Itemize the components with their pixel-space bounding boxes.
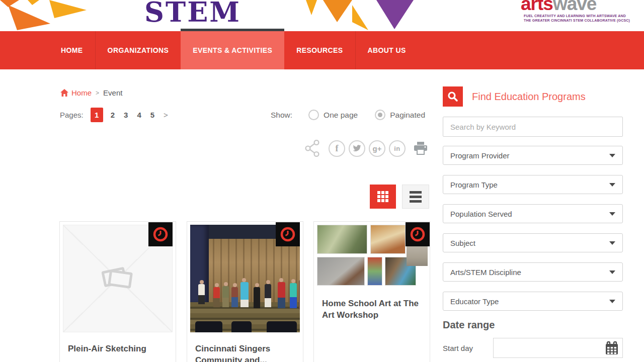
- nav-item-events-activities[interactable]: EVENTS & ACTIVITIES: [181, 29, 284, 69]
- list-view-icon[interactable]: [402, 185, 429, 209]
- calendar-icon[interactable]: [604, 341, 619, 356]
- share-bar: f g+ in: [305, 140, 428, 157]
- photo-placeholder-icon: [102, 267, 134, 290]
- performer-figure: [240, 282, 249, 307]
- breadcrumb: Home > Event: [60, 88, 122, 97]
- artswave-tagline: FUEL CREATIVITY AND LEARNING WITH ARTSWA…: [524, 14, 636, 23]
- find-programs-sidebar: Find Education Programs Program Provider…: [443, 86, 623, 358]
- event-card[interactable]: Home School Art at The Art Workshop: [313, 221, 430, 362]
- share-icon[interactable]: [305, 140, 320, 157]
- performer-figure: [278, 282, 285, 308]
- home-icon: [60, 89, 68, 97]
- nav-item-organizations[interactable]: ORGANIZATIONS: [95, 31, 181, 69]
- performer-figure: [231, 287, 238, 307]
- chevron-down-icon: [609, 241, 615, 245]
- start-day-input[interactable]: [494, 338, 622, 357]
- performer-figure: [299, 280, 300, 309]
- artswave-tagline-line2: THE GREATER CINCINNATI STEM COLLABORATIV…: [524, 18, 636, 23]
- clock-badge-icon: [276, 222, 300, 246]
- twitter-icon[interactable]: [349, 140, 365, 157]
- breadcrumb-home-label: Home: [71, 88, 92, 97]
- linkedin-icon[interactable]: in: [389, 140, 406, 157]
- collage-photo: [367, 257, 382, 286]
- artswave-tagline-line1: FUEL CREATIVITY AND LEARNING WITH ARTSWA…: [524, 14, 636, 18]
- date-range-heading: Date range: [443, 319, 623, 331]
- chevron-down-icon: [609, 212, 615, 216]
- pagination-label: Pages:: [60, 111, 84, 119]
- radio-one-page-label: One page: [324, 111, 358, 120]
- logo-triangles-middle-icon: [302, 0, 423, 31]
- chevron-down-icon: [609, 154, 615, 157]
- chair-silhouette: [195, 321, 222, 332]
- search-input[interactable]: [443, 117, 623, 137]
- facebook-icon[interactable]: f: [329, 140, 345, 157]
- grid-view-icon[interactable]: [370, 185, 396, 209]
- artswave-logo: artswave FUEL CREATIVITY AND LEARNING WI…: [521, 0, 636, 23]
- breadcrumb-separator: >: [96, 89, 99, 97]
- collage-photo: [317, 225, 367, 254]
- pagination: Pages: 1 2 3 4 5 >: [60, 108, 168, 122]
- filter-educator-type[interactable]: Educator Type: [443, 292, 623, 311]
- chair-silhouette: [231, 321, 252, 332]
- performer-figure: [265, 284, 271, 307]
- filter-arts-stem-discipline[interactable]: Arts/STEM Discipline: [443, 262, 623, 282]
- sidebar-title: Find Education Programs: [472, 91, 586, 103]
- start-day-field: [493, 338, 623, 358]
- search-icon: [443, 86, 463, 107]
- collage-photo: [370, 225, 406, 254]
- clock-badge-icon: [148, 222, 173, 246]
- event-title[interactable]: Plein-Air Sketching: [60, 335, 176, 354]
- filter-population-served[interactable]: Population Served: [443, 204, 623, 223]
- show-toggle: Show: One page Paginated: [271, 110, 442, 120]
- start-day-label: Start day: [443, 344, 493, 352]
- google-plus-icon[interactable]: g+: [369, 140, 385, 157]
- site-header: STEM artswave FUEL CREATIVITY AND LEARNI…: [0, 0, 644, 31]
- event-title[interactable]: Home School Art at The Art Workshop: [314, 290, 430, 321]
- radio-paginated[interactable]: Paginated: [375, 110, 425, 120]
- pagination-page-5[interactable]: 5: [150, 111, 154, 119]
- radio-one-page-circle: [308, 110, 319, 120]
- start-day-row: Start day: [443, 338, 623, 358]
- pagination-page-4[interactable]: 4: [137, 111, 141, 119]
- radio-paginated-circle: [375, 110, 385, 120]
- pagination-next[interactable]: >: [164, 111, 168, 119]
- show-toggle-label: Show:: [271, 111, 292, 120]
- main-nav: HOME ORGANIZATIONS EVENTS & ACTIVITIES R…: [0, 31, 644, 69]
- pagination-page-3[interactable]: 3: [124, 111, 128, 119]
- radio-one-page[interactable]: One page: [308, 110, 358, 120]
- sidebar-header: Find Education Programs: [443, 86, 623, 107]
- event-card[interactable]: Plein-Air Sketching: [59, 221, 176, 362]
- performer-figure: [222, 286, 229, 307]
- chevron-down-icon: [609, 270, 615, 274]
- performer-figure: [213, 287, 220, 307]
- event-card[interactable]: Cincinnati Singers Community and...: [187, 221, 303, 362]
- performer-figure: [290, 283, 297, 308]
- performer-figure: [198, 284, 205, 304]
- artswave-word-wave: wave: [553, 0, 597, 14]
- view-toggle: [370, 185, 429, 209]
- chevron-down-icon: [609, 183, 615, 187]
- nav-item-resources[interactable]: RESOURCES: [284, 31, 355, 69]
- pagination-page-1[interactable]: 1: [91, 108, 103, 122]
- chair-silhouette: [267, 321, 297, 332]
- stem-logotype: STEM: [144, 0, 241, 28]
- collage-photo: [317, 257, 365, 286]
- radio-paginated-label: Paginated: [390, 111, 425, 120]
- nav-item-home[interactable]: HOME: [49, 31, 95, 69]
- filter-program-type[interactable]: Program Type: [443, 175, 623, 194]
- collage-photo-partial: [407, 246, 428, 266]
- logo-triangles-left-icon: [0, 0, 93, 31]
- performer-figure: [254, 287, 260, 308]
- event-title[interactable]: Cincinnati Singers Community and...: [187, 335, 303, 362]
- print-icon[interactable]: [414, 142, 428, 155]
- page: STEM artswave FUEL CREATIVITY AND LEARNI…: [0, 0, 644, 362]
- chevron-down-icon: [609, 300, 615, 303]
- filter-program-provider[interactable]: Program Provider: [443, 146, 623, 165]
- nav-item-about-us[interactable]: ABOUT US: [355, 31, 418, 69]
- filter-subject[interactable]: Subject: [443, 233, 623, 252]
- pagination-page-2[interactable]: 2: [111, 111, 115, 119]
- breadcrumb-current: Event: [103, 88, 122, 97]
- clock-badge-icon: [406, 222, 430, 246]
- breadcrumb-home-link[interactable]: Home: [60, 88, 92, 97]
- artswave-word-arts: arts: [521, 0, 553, 14]
